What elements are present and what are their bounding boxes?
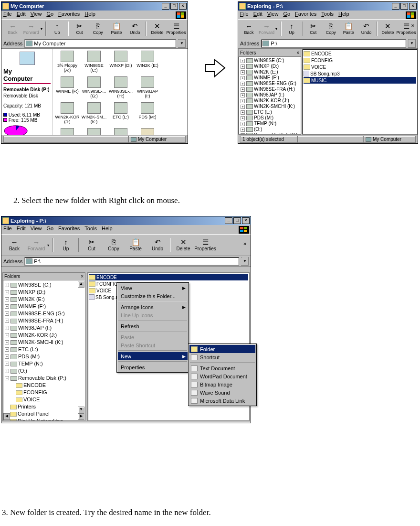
menu-item-bitmap-image[interactable]: Bitmap Image [189,380,255,388]
tree-item[interactable]: +WIN2K (E:) [241,69,301,75]
tool-forward[interactable]: →Forward [25,236,47,255]
drive-icon[interactable]: Removable Disk (P:) [107,128,134,135]
tree-item[interactable]: +ETC (L:) [5,346,85,353]
tool-properties[interactable]: ☰Properties [167,20,186,37]
drive-icon[interactable]: Printers [134,128,161,135]
tool-forward[interactable]: →Forward [22,20,41,37]
tree-item[interactable]: +WIN98SE-ENG (G:) [5,310,85,317]
drive-icon[interactable]: WIN98SE-... (G:) [81,76,107,101]
menu-item-shortcut[interactable]: Shortcut [189,353,255,361]
tree-item[interactable]: +(O:) [5,367,85,375]
tree-item[interactable]: ENCODE [5,382,85,389]
menu-file[interactable]: File [3,11,12,19]
tool-up[interactable]: ↑Up [283,20,301,37]
menu-tools[interactable]: Tools [84,225,97,234]
titlebar[interactable]: My Computer _ □ × [1,2,188,11]
tree-item[interactable]: +WINME (F:) [5,303,85,310]
maximize-button[interactable]: □ [233,217,241,224]
tool-back[interactable]: ←Back [240,20,258,37]
tool-cut[interactable]: ✂Cut [70,20,89,37]
menu-item-arrange-icons[interactable]: Arrange Icons▶ [118,303,188,311]
maximize-button[interactable]: □ [400,3,408,10]
tool-copy[interactable]: ⎘Copy [89,20,107,37]
menu-item-new[interactable]: New▶ [118,352,188,360]
menu-favorites[interactable]: Favorites [58,225,80,234]
tree-item[interactable]: +ETC (L:) [241,109,301,115]
list-item[interactable]: ENCODE [304,50,416,57]
tree-item[interactable]: VOICE [5,396,85,403]
drive-icon[interactable]: WINME (F:) [54,76,81,101]
menu-go[interactable]: Go [283,11,290,19]
tree-item[interactable]: Control Panel [5,410,85,418]
tree-item[interactable]: +WIN98JAP (I:) [241,92,301,98]
tree-item[interactable]: +WIN98JAP (I:) [5,324,85,332]
scroll-down-button[interactable]: ▼ [78,407,84,413]
menu-view[interactable]: View [31,11,42,19]
tool-back[interactable]: ←Back [3,236,25,255]
minimize-button[interactable]: _ [392,3,399,10]
menu-help[interactable]: Help [338,11,349,19]
file-list-pane[interactable]: ENCODEFCONFIGVOICESB Song.mp3MUSIC [302,49,418,135]
list-item[interactable]: SB Song.mp3 [304,70,416,77]
tree-item[interactable]: +WIN2K-SMCHI (K:) [241,104,301,109]
menu-item-folder[interactable]: Folder [189,345,255,353]
maximize-button[interactable]: □ [170,3,178,10]
close-button[interactable]: × [409,3,417,10]
tree-item[interactable]: FCONFIG [5,389,85,396]
tool-undo[interactable]: ↶Undo [357,20,375,37]
tree-item[interactable]: +PDS (M:) [241,115,301,121]
tool-undo[interactable]: ↶Undo [147,236,168,255]
tree-item[interactable]: +WIN98SE-FRA (H:) [241,86,301,92]
menu-item-refresh[interactable]: Refresh [118,322,188,330]
menu-help[interactable]: Help [84,11,95,19]
tool-delete[interactable]: ✕Delete [379,20,397,37]
menu-item-text-document[interactable]: Text Document [189,364,255,372]
address-dropdown-button[interactable]: ▼ [178,39,186,48]
address-input[interactable]: P:\ [261,39,406,48]
menu-go[interactable]: Go [46,11,53,19]
toolbar-more[interactable]: » [410,22,416,29]
titlebar[interactable]: Exploring - P:\ _ □ × [238,2,418,11]
close-button[interactable]: × [242,217,250,224]
tree-item[interactable]: -Removable Disk (P:) [5,375,85,382]
menu-favorites[interactable]: Favorites [295,11,316,19]
menu-item-paste[interactable]: Paste [118,333,188,341]
menu-go[interactable]: Go [46,225,53,234]
drive-icon[interactable]: TEMP (N:) [54,128,81,135]
menu-file[interactable]: File [3,225,12,234]
drive-icon[interactable]: PDS (M:) [134,102,161,127]
drive-icon[interactable]: WINXP (D:) [107,51,134,75]
menu-item-wave-sound[interactable]: Wave Sound [189,388,255,397]
tree-item[interactable]: +WIN2K (E:) [5,296,85,303]
menu-edit[interactable]: Edit [17,225,26,234]
minimize-button[interactable]: _ [162,3,169,10]
tree-item[interactable]: +WIN2K-KOR (J:) [241,98,301,104]
menu-view[interactable]: View [267,11,279,19]
drive-icon[interactable]: WIN98SE (C:) [81,51,107,75]
tree-item[interactable]: +WIN98SE-FRA (H:) [5,317,85,324]
tree-item[interactable]: +WIN2K-KOR (J:) [5,332,85,339]
menu-item-line-up-icons[interactable]: Line Up Icons [118,311,188,319]
drive-icon[interactable]: WIN2K-KOR (J:) [54,102,81,127]
scroll-up-button[interactable]: ▲ [78,281,84,288]
tree-item[interactable]: +WINME (F:) [241,75,301,81]
folder-tree-pane[interactable]: Folders× ▲ ▼ ▶ ◀ +WIN98SE (C:)+WINXP (D:… [2,272,85,421]
menu-item-customize-this-folder-[interactable]: Customize this Folder... [118,292,188,300]
close-button[interactable]: × [179,3,187,10]
tool-delete[interactable]: ✕Delete [148,20,167,37]
tool-paste[interactable]: 📋Paste [340,20,357,37]
tool-delete[interactable]: ✕Delete [172,236,194,255]
tool-paste[interactable]: 📋Paste [107,20,126,37]
menu-item-microsoft-data-link[interactable]: Microsoft Data Link [189,397,255,405]
icon-view[interactable]: 3½ Floppy (A:)WIN98SE (C:)WINXP (D:)WIN2… [53,49,188,135]
drive-icon[interactable]: WIN98JAP (I:) [134,76,161,101]
menu-item-wordpad-document[interactable]: WordPad Document [189,372,255,380]
toolbar-more[interactable]: » [242,240,248,247]
menu-favorites[interactable]: Favorites [58,11,80,19]
tree-item[interactable]: +WIN98SE (C:) [5,281,85,289]
drive-icon[interactable]: 3½ Floppy (A:) [54,51,81,75]
menu-item-properties[interactable]: Properties [118,363,188,371]
list-item[interactable]: ENCODE [89,274,248,280]
tree-item[interactable]: +(O:) [241,127,301,132]
close-pane-button[interactable]: × [81,274,84,279]
